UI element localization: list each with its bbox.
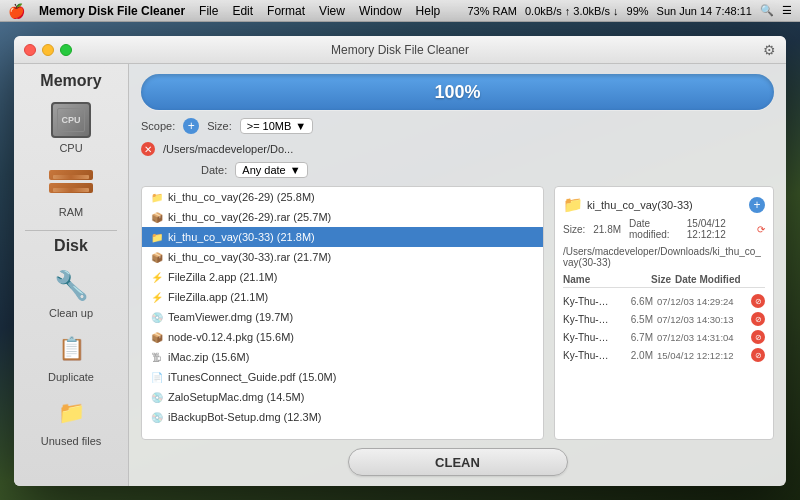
list-item[interactable]: ⚡FileZilla.app (21.1M) xyxy=(142,287,543,307)
detail-file-name: Ky-Thu-Co-Vay-T32.pdf xyxy=(563,332,609,343)
size-dropdown[interactable]: >= 10MB ▼ xyxy=(240,118,314,134)
network-indicator: 0.0kB/s ↑ 3.0kB/s ↓ xyxy=(525,5,619,17)
list-item[interactable]: 📁ki_thu_co_vay(30-33) (21.8M) xyxy=(142,227,543,247)
detail-file-action-icon[interactable]: ⊘ xyxy=(751,312,765,326)
detail-file-row[interactable]: Ky-Thu-Co-Vay-T32.pdf 6.7M 07/12/03 14:3… xyxy=(563,328,765,346)
unused-graphic: 📁 xyxy=(58,400,85,426)
detail-file-action-icon[interactable]: ⊘ xyxy=(751,294,765,308)
unused-label: Unused files xyxy=(41,435,102,447)
file-type-icon: 📦 xyxy=(150,210,164,224)
detail-table-header: Name Size Date Modified xyxy=(563,274,765,288)
window-title: Memory Disk File Cleaner xyxy=(331,43,469,57)
detail-file-date: 07/12/03 14:30:13 xyxy=(657,314,747,325)
menu-edit[interactable]: Edit xyxy=(232,4,253,18)
file-type-icon: 📁 xyxy=(150,230,164,244)
detail-file-row[interactable]: Ky-Thu-Co-Vay-T33.pdf 2.0M 15/04/12 12:1… xyxy=(563,346,765,364)
detail-files-list: Ky-Thu-Co-Vay-T30.pdf 6.6M 07/12/03 14:2… xyxy=(563,292,765,364)
list-item[interactable]: 📁ki_thu_co_vay(26-29) (25.8M) xyxy=(142,187,543,207)
search-icon[interactable]: 🔍 xyxy=(760,4,774,17)
app-window: Memory Disk File Cleaner ⚙ Memory CPU CP… xyxy=(14,36,786,486)
list-item[interactable]: 🗜iMac.zip (15.6M) xyxy=(142,347,543,367)
gear-icon[interactable]: ⚙ xyxy=(763,42,776,58)
menubar-app-name[interactable]: Memory Disk File Cleaner xyxy=(39,4,185,18)
list-icon[interactable]: ☰ xyxy=(782,4,792,17)
detail-file-row[interactable]: Ky-Thu-Co-Vay-T31.pdf 6.5M 07/12/03 14:3… xyxy=(563,310,765,328)
menu-window[interactable]: Window xyxy=(359,4,402,18)
disk-section-title: Disk xyxy=(14,237,128,255)
menu-view[interactable]: View xyxy=(319,4,345,18)
list-item[interactable]: 📦ki_thu_co_vay(30-33).rar (21.7M) xyxy=(142,247,543,267)
menu-file[interactable]: File xyxy=(199,4,218,18)
list-item[interactable]: 📦node-v0.12.4.pkg (15.6M) xyxy=(142,327,543,347)
duplicate-graphic: 📋 xyxy=(58,336,85,362)
list-item[interactable]: 💿TeamViewer.dmg (19.7M) xyxy=(142,307,543,327)
detail-file-action-icon[interactable]: ⊘ xyxy=(751,330,765,344)
file-item-name: iTunesConnect_Guide.pdf (15.0M) xyxy=(168,371,535,383)
col-header-name: Name xyxy=(563,274,627,285)
cleanup-graphic: 🔧 xyxy=(54,269,89,302)
detail-file-name: Ky-Thu-Co-Vay-T31.pdf xyxy=(563,314,609,325)
cpu-label: CPU xyxy=(59,142,82,154)
list-item[interactable]: ⚡FileZilla 2.app (21.1M) xyxy=(142,267,543,287)
file-type-icon: 💿 xyxy=(150,390,164,404)
detail-file-size: 2.0M xyxy=(613,350,653,361)
detail-file-action-icon[interactable]: ⊘ xyxy=(751,348,765,362)
sidebar-item-cpu[interactable]: CPU CPU xyxy=(26,96,116,158)
sidebar-item-cleanup[interactable]: 🔧 Clean up xyxy=(26,261,116,323)
sidebar-item-ram[interactable]: RAM xyxy=(26,160,116,222)
col-header-date: Date Modified xyxy=(675,274,765,285)
progress-bar: 100% xyxy=(141,74,774,110)
file-type-icon: 💿 xyxy=(150,310,164,324)
list-item[interactable]: 💿iBackupBot-Setup.dmg (12.3M) xyxy=(142,407,543,427)
size-value: >= 10MB xyxy=(247,120,292,132)
detail-size-label: Size: xyxy=(563,224,585,235)
duplicate-label: Duplicate xyxy=(48,371,94,383)
file-type-icon: ⚡ xyxy=(150,290,164,304)
detail-file-row[interactable]: Ky-Thu-Co-Vay-T30.pdf 6.6M 07/12/03 14:2… xyxy=(563,292,765,310)
date-chevron-icon: ▼ xyxy=(290,164,301,176)
clean-button[interactable]: CLEAN xyxy=(348,448,568,476)
sidebar: Memory CPU CPU RAM xyxy=(14,64,129,486)
unused-icon: 📁 xyxy=(47,393,95,433)
window-background: Memory Disk File Cleaner ⚙ Memory CPU CP… xyxy=(0,22,800,500)
detail-file-date: 15/04/12 12:12:12 xyxy=(657,350,747,361)
cleanup-icon: 🔧 xyxy=(47,265,95,305)
ram-label: RAM xyxy=(59,206,83,218)
date-dropdown[interactable]: Any date ▼ xyxy=(235,162,307,178)
ram-icon xyxy=(47,164,95,204)
file-item-name: ZaloSetupMac.dmg (14.5M) xyxy=(168,391,535,403)
refresh-icon[interactable]: ⟳ xyxy=(757,224,765,235)
file-type-icon: 📦 xyxy=(150,250,164,264)
menubar: 🍎 Memory Disk File Cleaner File Edit For… xyxy=(0,0,800,22)
list-item[interactable]: 📦ki_thu_co_vay(26-29).rar (25.7M) xyxy=(142,207,543,227)
sidebar-item-unused[interactable]: 📁 Unused files xyxy=(26,389,116,451)
detail-file-icon: 📁 xyxy=(563,195,583,214)
date-row: Date: Any date ▼ xyxy=(141,162,774,178)
right-panel: 100% Scope: + Size: >= 10MB ▼ ✕ /Users/m… xyxy=(129,64,786,486)
close-button[interactable] xyxy=(24,44,36,56)
scope-add-button[interactable]: + xyxy=(183,118,199,134)
minimize-button[interactable] xyxy=(42,44,54,56)
apple-menu[interactable]: 🍎 xyxy=(8,3,25,19)
detail-file-date: 07/12/03 14:31:04 xyxy=(657,332,747,343)
cleanup-label: Clean up xyxy=(49,307,93,319)
file-item-name: FileZilla.app (21.1M) xyxy=(168,291,535,303)
sidebar-item-duplicate[interactable]: 📋 Duplicate xyxy=(26,325,116,387)
menubar-left: 🍎 Memory Disk File Cleaner File Edit For… xyxy=(8,3,453,19)
file-item-name: node-v0.12.4.pkg (15.6M) xyxy=(168,331,535,343)
detail-add-button[interactable]: + xyxy=(749,197,765,213)
list-item[interactable]: 📄iTunesConnect_Guide.pdf (15.0M) xyxy=(142,367,543,387)
menu-help[interactable]: Help xyxy=(416,4,441,18)
list-item[interactable]: 💿ZaloSetupMac.dmg (14.5M) xyxy=(142,387,543,407)
scope-remove-button[interactable]: ✕ xyxy=(141,142,155,156)
size-chevron-icon: ▼ xyxy=(295,120,306,132)
col-header-size: Size xyxy=(631,274,671,285)
maximize-button[interactable] xyxy=(60,44,72,56)
file-list[interactable]: 📁ki_thu_co_vay(26-29) (25.8M)📦ki_thu_co_… xyxy=(141,186,544,440)
cpu-graphic: CPU xyxy=(51,102,91,138)
ram-graphic xyxy=(49,170,93,198)
detail-path: /Users/macdeveloper/Downloads/ki_thu_co_… xyxy=(563,244,765,270)
detail-file-name: Ky-Thu-Co-Vay-T30.pdf xyxy=(563,296,609,307)
two-col-area: 📁ki_thu_co_vay(26-29) (25.8M)📦ki_thu_co_… xyxy=(141,186,774,440)
menu-format[interactable]: Format xyxy=(267,4,305,18)
